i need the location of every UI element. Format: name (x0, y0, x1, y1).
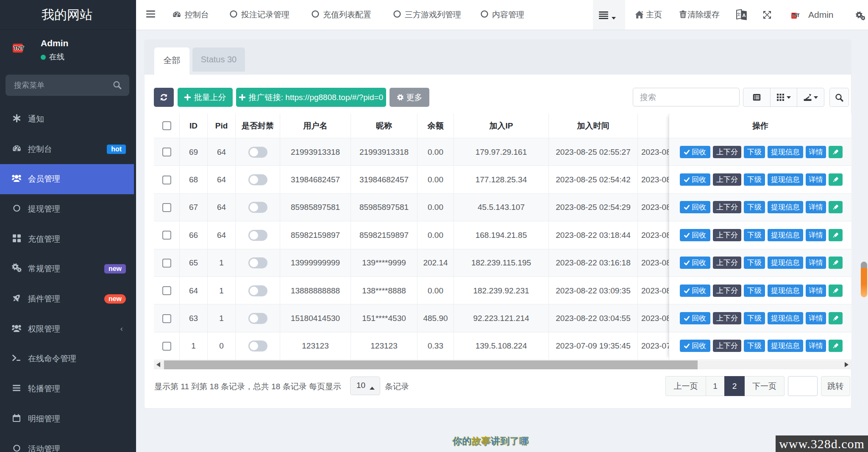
svg-text:文: 文 (737, 12, 740, 17)
svg-text:A: A (742, 13, 746, 18)
